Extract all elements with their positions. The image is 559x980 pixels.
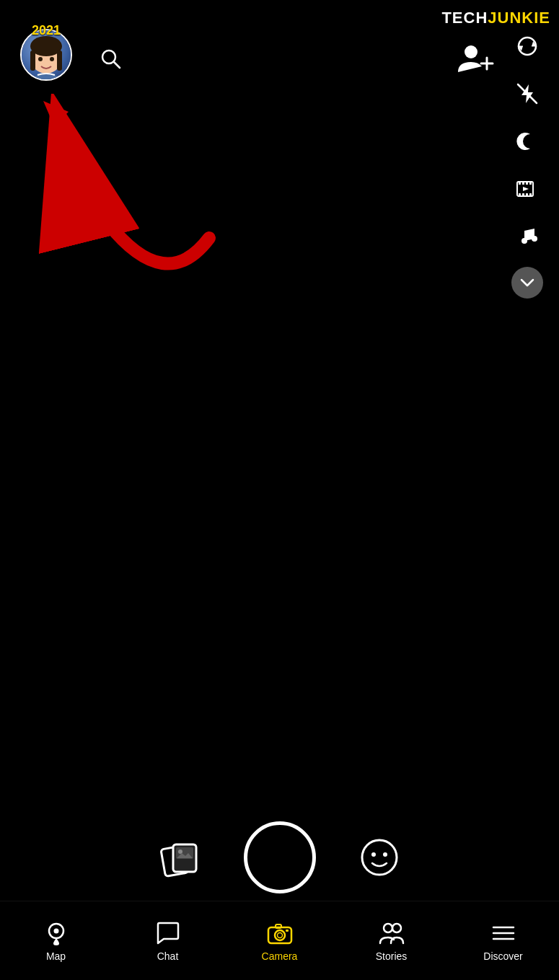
svg-point-33: [383, 852, 387, 857]
bottom-nav: Map Chat Camera: [0, 901, 559, 980]
map-icon: [43, 920, 69, 946]
watermark-junkie: JUNKIE: [488, 9, 550, 27]
svg-line-8: [114, 62, 120, 68]
nav-item-chat[interactable]: Chat: [112, 920, 224, 962]
svg-rect-40: [286, 930, 289, 932]
chat-icon: [155, 920, 181, 946]
svg-rect-19: [522, 193, 524, 196]
avatar-button[interactable]: 2021: [20, 29, 72, 81]
gallery-button[interactable]: [160, 837, 201, 878]
nav-label-discover: Discover: [483, 950, 522, 962]
svg-point-4: [38, 57, 43, 61]
lens-icon: [359, 837, 400, 878]
svg-rect-39: [276, 924, 281, 928]
svg-point-37: [275, 930, 285, 940]
night-mode-icon: [516, 130, 539, 153]
music-button[interactable]: [510, 219, 545, 254]
red-arrow: [36, 94, 238, 277]
nav-item-map[interactable]: Map: [0, 920, 112, 962]
flash-off-button[interactable]: [510, 76, 545, 111]
flash-off-icon: [516, 82, 539, 105]
chevron-down-icon: [516, 271, 539, 294]
svg-rect-17: [529, 182, 532, 185]
nav-label-chat: Chat: [157, 950, 179, 962]
svg-point-5: [50, 57, 54, 61]
svg-point-6: [33, 74, 59, 79]
more-button[interactable]: [511, 267, 543, 299]
stories-icon: [379, 920, 405, 946]
svg-rect-21: [529, 193, 532, 196]
svg-rect-14: [519, 182, 521, 185]
camera-controls: [0, 821, 559, 893]
svg-point-32: [371, 852, 376, 857]
svg-point-42: [392, 924, 401, 932]
discover-icon: [490, 920, 516, 946]
lens-button[interactable]: [359, 837, 400, 878]
nav-item-discover[interactable]: Discover: [447, 920, 559, 962]
svg-point-31: [362, 840, 397, 875]
video-button[interactable]: [510, 172, 545, 206]
nav-label-stories: Stories: [376, 950, 408, 962]
night-mode-button[interactable]: [510, 124, 545, 159]
svg-marker-22: [523, 187, 529, 191]
watermark: TECHJUNKIE: [441, 9, 550, 27]
nav-item-stories[interactable]: Stories: [335, 920, 447, 962]
svg-point-9: [465, 45, 477, 58]
svg-rect-2: [30, 50, 35, 71]
flip-camera-icon: [516, 35, 539, 58]
camera-nav-icon: [267, 920, 293, 946]
svg-point-35: [53, 928, 58, 933]
shutter-button[interactable]: [244, 821, 316, 893]
flip-camera-button[interactable]: [510, 29, 545, 63]
crown-label: 2021: [32, 23, 61, 38]
svg-rect-18: [519, 193, 521, 196]
svg-marker-25: [43, 101, 69, 126]
add-friend-button[interactable]: [457, 42, 494, 76]
watermark-tech: TECH: [441, 9, 488, 27]
arrow-graphic: [36, 94, 238, 274]
music-icon: [516, 225, 539, 248]
gallery-icon: [160, 837, 201, 878]
svg-rect-20: [526, 193, 528, 196]
search-icon: [100, 48, 123, 71]
svg-rect-15: [522, 182, 524, 185]
add-friend-icon: [457, 42, 494, 76]
nav-label-camera: Camera: [262, 950, 298, 962]
search-button[interactable]: [94, 42, 128, 76]
svg-rect-16: [526, 182, 528, 185]
right-toolbar: [510, 29, 545, 299]
svg-point-38: [277, 932, 282, 937]
svg-point-41: [384, 924, 392, 932]
nav-item-camera[interactable]: Camera: [224, 920, 335, 962]
svg-rect-3: [57, 50, 62, 71]
nav-label-map: Map: [46, 950, 66, 962]
video-icon: [516, 177, 539, 200]
